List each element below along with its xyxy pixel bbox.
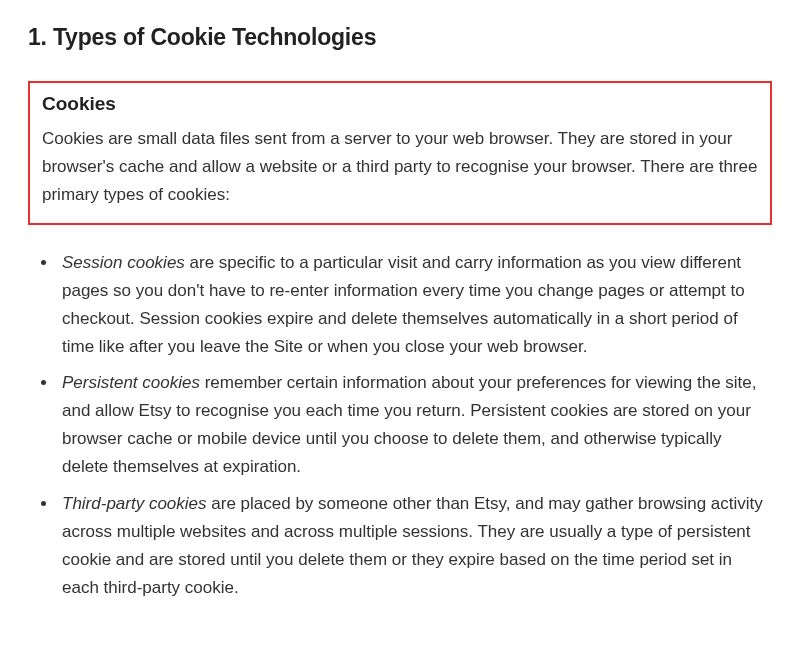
section-heading: 1. Types of Cookie Technologies [28,24,772,51]
list-item: Persistent cookies remember certain info… [58,369,772,481]
cookies-definition-box: Cookies Cookies are small data files sen… [28,81,772,225]
list-item: Session cookies are specific to a partic… [58,249,772,361]
cookie-types-list: Session cookies are specific to a partic… [30,249,772,602]
list-item: Third-party cookies are placed by someon… [58,490,772,602]
box-body: Cookies are small data files sent from a… [42,125,758,209]
cookie-term: Persistent cookies [62,373,200,392]
box-title: Cookies [42,93,758,115]
cookie-term: Third-party cookies [62,494,207,513]
cookie-term: Session cookies [62,253,185,272]
